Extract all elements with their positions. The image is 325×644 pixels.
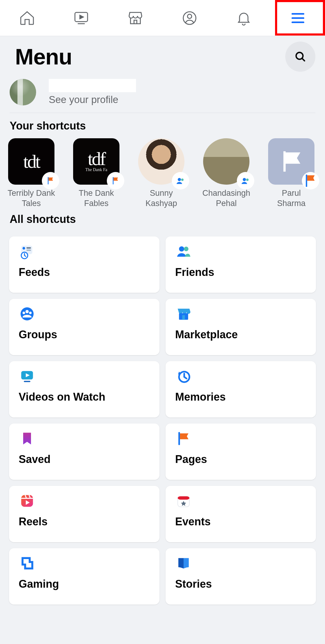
card-friends[interactable]: Friends	[166, 236, 316, 293]
shortcuts-row: tdt Terribly Dank Tales tdf The Dank Fa …	[0, 138, 325, 209]
svg-point-20	[23, 311, 25, 314]
card-label: Friends	[175, 266, 306, 279]
card-label: Videos on Watch	[19, 391, 150, 403]
shortcut-thumb	[268, 138, 314, 185]
annotation-highlight	[275, 0, 325, 36]
svg-point-9	[246, 179, 249, 181]
svg-point-8	[243, 178, 246, 181]
shortcut-label: Terribly Dank Tales	[7, 188, 55, 209]
feeds-icon	[19, 243, 36, 260]
shortcut-thumb: tdf The Dank Fa	[73, 138, 119, 185]
svg-point-16	[179, 246, 184, 252]
profile-name-redacted	[49, 79, 136, 92]
shortcut-thumb	[203, 138, 249, 185]
shortcut-thumb	[138, 138, 184, 185]
svg-point-18	[20, 307, 33, 320]
profile-subtitle: See your profile	[49, 94, 136, 105]
marketplace-icon	[127, 10, 144, 27]
tab-home[interactable]	[9, 0, 45, 36]
card-label: Saved	[19, 453, 150, 466]
shortcut-item[interactable]: tdt Terribly Dank Tales	[7, 138, 55, 209]
svg-rect-30	[178, 496, 190, 500]
card-gaming[interactable]: Gaming	[9, 548, 159, 605]
page-flag-badge-icon	[42, 173, 59, 189]
card-label: Memories	[175, 391, 306, 403]
svg-rect-28	[21, 495, 33, 507]
bell-icon	[235, 10, 252, 27]
shortcuts-grid: Feeds Friends Groups Marketplace Videos …	[0, 232, 325, 614]
shortcut-label: The Dank Fables	[72, 188, 120, 209]
card-label: Groups	[19, 328, 150, 341]
svg-rect-25	[24, 381, 30, 382]
svg-point-19	[26, 310, 29, 313]
shortcut-item[interactable]: Parul Sharma	[267, 138, 315, 209]
shortcut-label: Sunny Kashyap	[137, 188, 185, 209]
card-groups[interactable]: Groups	[9, 299, 159, 355]
group-badge-icon	[172, 173, 189, 189]
card-saved[interactable]: Saved	[9, 424, 159, 480]
profile-icon	[181, 10, 198, 27]
shortcut-item[interactable]: tdf The Dank Fa The Dank Fables	[72, 138, 120, 209]
page-flag-badge-icon	[107, 173, 124, 189]
card-label: Events	[175, 515, 306, 528]
all-shortcuts-heading: All shortcuts	[0, 209, 325, 232]
card-reels[interactable]: Reels	[9, 486, 159, 542]
memories-icon	[175, 368, 192, 385]
your-shortcuts-heading: Your shortcuts	[0, 113, 325, 138]
card-marketplace[interactable]: Marketplace	[166, 299, 316, 355]
reels-icon	[19, 492, 36, 509]
svg-rect-5	[113, 177, 114, 184]
card-label: Gaming	[19, 578, 150, 590]
card-label: Reels	[19, 515, 150, 528]
svg-rect-13	[26, 247, 31, 249]
card-feeds[interactable]: Feeds	[9, 236, 159, 293]
group-badge-icon	[237, 173, 254, 189]
page-flag-badge-icon	[302, 173, 319, 189]
svg-rect-27	[178, 432, 180, 445]
svg-rect-4	[48, 177, 49, 184]
shortcut-item[interactable]: Sunny Kashyap	[137, 138, 185, 209]
svg-point-21	[29, 311, 32, 314]
tab-notifications[interactable]	[226, 0, 262, 36]
home-icon	[19, 10, 36, 27]
card-events[interactable]: Events	[166, 486, 316, 542]
tab-watch[interactable]	[63, 0, 99, 36]
flag-icon	[278, 148, 305, 175]
card-pages[interactable]: Pages	[166, 424, 316, 480]
card-videos-on-watch[interactable]: Videos on Watch	[9, 361, 159, 417]
pages-icon	[175, 430, 192, 447]
menu-header: Menu	[0, 36, 325, 72]
shortcut-thumb: tdt	[8, 138, 54, 185]
svg-rect-23	[182, 315, 185, 320]
friends-icon	[175, 243, 192, 260]
watch-icon	[73, 10, 90, 27]
svg-point-17	[184, 247, 188, 251]
groups-icon	[19, 305, 36, 322]
search-icon	[294, 50, 307, 63]
card-label: Marketplace	[175, 328, 306, 341]
svg-point-12	[23, 247, 25, 250]
gaming-icon	[19, 555, 36, 572]
tab-profile[interactable]	[172, 0, 208, 36]
card-label: Stories	[175, 578, 306, 590]
svg-point-7	[181, 179, 184, 181]
events-icon	[175, 492, 192, 509]
page-title: Menu	[15, 44, 72, 70]
tab-marketplace[interactable]	[117, 0, 153, 36]
card-stories[interactable]: Stories	[166, 548, 316, 605]
shortcut-label: Chandasingh Pehal	[202, 188, 250, 209]
shortcut-item[interactable]: Chandasingh Pehal	[202, 138, 250, 209]
svg-point-6	[178, 178, 181, 181]
card-label: Feeds	[19, 266, 150, 279]
svg-rect-10	[306, 175, 307, 187]
card-memories[interactable]: Memories	[166, 361, 316, 417]
avatar	[10, 79, 36, 105]
svg-point-2	[187, 14, 192, 18]
stories-icon	[175, 555, 192, 572]
search-button[interactable]	[285, 42, 315, 72]
marketplace-color-icon	[175, 305, 192, 322]
card-label: Pages	[175, 453, 306, 466]
svg-rect-14	[26, 250, 31, 251]
profile-row[interactable]: See your profile	[0, 72, 325, 113]
saved-icon	[19, 430, 36, 447]
